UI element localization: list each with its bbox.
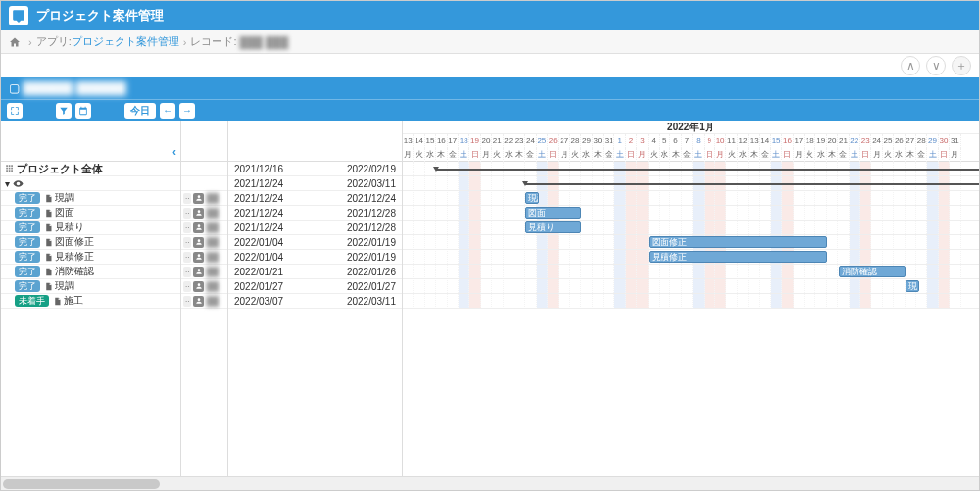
assignee-cell[interactable]: ··██ xyxy=(181,250,227,265)
group-row[interactable]: ▾ xyxy=(1,176,180,191)
task-row[interactable]: 完了見積修正 xyxy=(1,250,180,265)
assignee-pane: ··██··██··██··██··██··██··██··██ xyxy=(181,121,228,476)
task-row[interactable]: 未着手施工 xyxy=(1,294,180,309)
scroll-left-button[interactable]: ← xyxy=(160,103,175,119)
record-title-bar: ▢ ██████ ██████ xyxy=(1,77,979,99)
task-start: 2022/01/04 xyxy=(234,252,283,263)
assignee-more-icon[interactable]: ·· xyxy=(183,193,191,204)
task-status-badge: 完了 xyxy=(15,266,40,277)
assignee-cell[interactable]: ··██ xyxy=(181,191,227,206)
next-record-button[interactable]: ∨ xyxy=(926,56,946,75)
task-status-badge: 未着手 xyxy=(15,295,49,307)
avatar-icon[interactable] xyxy=(193,222,204,233)
gantt-bar[interactable]: 見積り xyxy=(525,221,581,233)
dates-pane: 2021/12/162022/02/192021/12/242022/03/11… xyxy=(228,121,403,476)
assignee-name: ██ xyxy=(206,193,219,203)
app-title: プロジェクト案件管理 xyxy=(36,7,164,25)
app-header: プロジェクト案件管理 xyxy=(1,1,979,30)
gantt-bar[interactable]: 図面修正 xyxy=(649,236,827,248)
avatar-icon[interactable] xyxy=(193,208,204,219)
expand-button[interactable] xyxy=(7,103,23,119)
scrollbar-thumb[interactable] xyxy=(3,479,160,489)
assignee-cell[interactable]: ··██ xyxy=(181,279,227,294)
assignee-cell[interactable]: ··██ xyxy=(181,294,227,309)
task-start: 2022/01/27 xyxy=(234,281,283,292)
assignee-more-icon[interactable]: ·· xyxy=(183,237,191,248)
assignee-cell[interactable]: ··██ xyxy=(181,221,227,235)
task-end: 2021/12/28 xyxy=(347,208,396,219)
task-name: 施工 xyxy=(64,294,83,308)
today-button[interactable]: 今日 xyxy=(124,103,156,119)
assignee-cell[interactable]: ··██ xyxy=(181,265,227,279)
task-name-pane: ‹ プロジェクト全体▾完了現調完了図面完了見積り完了図面修正完了見積修正完了消防… xyxy=(1,121,181,476)
filter-button[interactable] xyxy=(56,103,72,119)
avatar-icon[interactable] xyxy=(193,281,204,292)
task-start: 2021/12/24 xyxy=(234,208,283,219)
gantt-summary-bar[interactable] xyxy=(436,169,979,171)
task-end: 2022/01/26 xyxy=(347,267,396,277)
add-record-button[interactable]: ＋ xyxy=(952,56,971,75)
task-name: 図面 xyxy=(55,206,74,220)
assignee-name: ██ xyxy=(206,267,219,276)
gantt-bar[interactable]: 現調 xyxy=(525,192,539,204)
assignee-more-icon[interactable]: ·· xyxy=(183,222,191,233)
assignee-more-icon[interactable]: ·· xyxy=(183,281,191,292)
breadcrumb-app-label: アプリ: xyxy=(36,34,72,49)
gantt-summary-bar[interactable] xyxy=(525,183,979,185)
breadcrumb-record-value[interactable]: ███ ███ xyxy=(240,36,289,48)
avatar-icon[interactable] xyxy=(193,237,204,248)
breadcrumb-app-name[interactable]: プロジェクト案件管理 xyxy=(72,34,179,49)
task-status-badge: 完了 xyxy=(15,251,40,263)
avatar-icon[interactable] xyxy=(193,193,204,204)
gantt-bar[interactable]: 消防確認 xyxy=(839,266,906,277)
record-marker-icon: ▢ xyxy=(9,81,23,95)
gantt-bar[interactable]: 図面 xyxy=(525,207,581,219)
assignee-more-icon[interactable]: ·· xyxy=(183,296,191,307)
task-end: 2022/01/19 xyxy=(347,252,396,263)
task-row[interactable]: 完了図面 xyxy=(1,206,180,221)
chart-header: 2022年1月 13141516171819202122232425262728… xyxy=(403,121,979,162)
task-row[interactable]: 完了見積り xyxy=(1,221,180,235)
breadcrumb-sep: › xyxy=(28,36,32,48)
collapse-left-button[interactable]: ‹ xyxy=(172,145,176,159)
avatar-icon[interactable] xyxy=(193,296,204,307)
chart-pane[interactable]: 2022年1月 13141516171819202122232425262728… xyxy=(403,121,979,476)
avatar-icon[interactable] xyxy=(193,252,204,263)
task-end: 2022/03/11 xyxy=(347,296,396,307)
task-name: 見積り xyxy=(55,221,84,234)
task-start: 2021/12/24 xyxy=(234,193,283,204)
prev-record-button[interactable]: ∧ xyxy=(901,56,920,75)
task-start: 2022/01/04 xyxy=(234,237,283,248)
chart-body[interactable]: 現調図面見積り図面修正見積修正消防確認現 xyxy=(403,162,979,309)
gantt-bar[interactable]: 見積修正 xyxy=(649,251,827,263)
task-row[interactable]: 完了図面修正 xyxy=(1,235,180,250)
assignee-more-icon[interactable]: ·· xyxy=(183,252,191,263)
group-collapse-icon[interactable]: ▾ xyxy=(5,178,10,189)
assignee-more-icon[interactable]: ·· xyxy=(183,267,191,277)
task-row[interactable]: 完了現調 xyxy=(1,279,180,294)
task-row[interactable]: 完了現調 xyxy=(1,191,180,206)
horizontal-scrollbar[interactable] xyxy=(1,476,979,490)
task-name: 見積修正 xyxy=(55,250,94,264)
task-name: 図面修正 xyxy=(55,235,94,249)
assignee-more-icon[interactable]: ·· xyxy=(183,208,191,219)
task-status-badge: 完了 xyxy=(15,221,40,233)
project-end: 2022/02/19 xyxy=(347,164,396,174)
gantt-bar[interactable]: 現 xyxy=(906,280,919,292)
home-icon[interactable] xyxy=(9,36,21,48)
assignee-cell[interactable]: ··██ xyxy=(181,235,227,250)
chart-day-numbers: 1314151617181920212223242526272829303112… xyxy=(403,134,979,148)
task-name-header: ‹ xyxy=(1,121,180,162)
datepicker-button[interactable] xyxy=(75,103,91,119)
chart-month-label: 2022年1月 xyxy=(403,121,979,134)
record-nav-row: ∧ ∨ ＋ xyxy=(1,54,979,77)
gantt-area: ‹ プロジェクト全体▾完了現調完了図面完了見積り完了図面修正完了見積修正完了消防… xyxy=(1,121,979,476)
group-start: 2021/12/24 xyxy=(234,178,283,189)
scroll-right-button[interactable]: → xyxy=(179,103,195,119)
assignee-cell[interactable]: ··██ xyxy=(181,206,227,221)
task-name: 消防確認 xyxy=(55,265,94,278)
task-row[interactable]: 完了消防確認 xyxy=(1,265,180,279)
avatar-icon[interactable] xyxy=(193,267,204,277)
project-row[interactable]: プロジェクト全体 xyxy=(1,162,180,176)
assignee-name: ██ xyxy=(206,296,219,306)
